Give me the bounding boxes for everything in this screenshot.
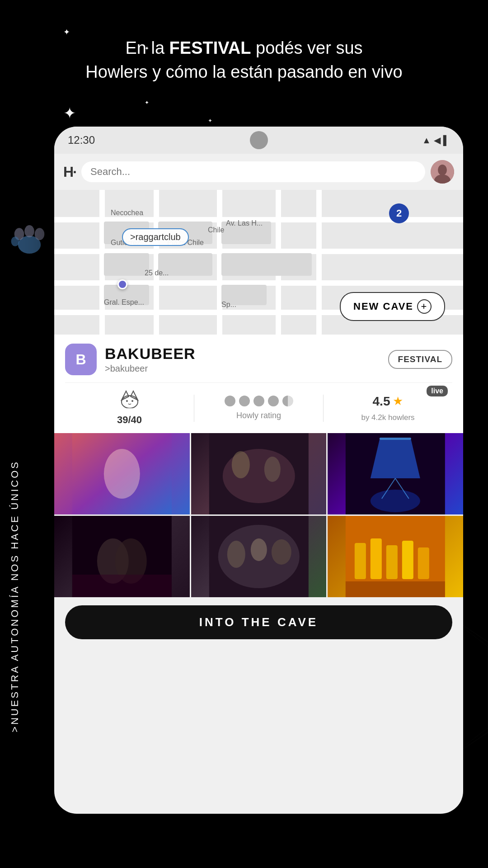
new-cave-button[interactable]: NEW CAVE + bbox=[340, 292, 445, 321]
side-text: >NUESTRA AUTONOMÍA NOS HACE ÚNICOS bbox=[9, 460, 21, 732]
new-cave-plus-icon: + bbox=[417, 299, 432, 314]
app-header: H· bbox=[54, 154, 463, 190]
wifi-icon: ▲ bbox=[422, 135, 431, 146]
photo-grid bbox=[54, 433, 463, 597]
svg-point-22 bbox=[131, 400, 133, 402]
star-5: ✦ bbox=[208, 118, 212, 124]
stats-row: live 39/40 bbox=[65, 390, 452, 426]
photo-4[interactable] bbox=[54, 516, 190, 597]
divider-1 bbox=[65, 382, 452, 383]
svg-rect-30 bbox=[380, 438, 411, 440]
road-v5 bbox=[316, 190, 322, 335]
map-block-6 bbox=[221, 253, 312, 276]
svg-point-24 bbox=[104, 449, 140, 499]
map-block-4 bbox=[104, 253, 149, 276]
svg-rect-46 bbox=[371, 538, 382, 579]
star-icon: ★ bbox=[393, 394, 403, 408]
svg-rect-50 bbox=[346, 581, 445, 597]
new-cave-label: NEW CAVE bbox=[353, 301, 413, 312]
photo-3[interactable] bbox=[328, 433, 463, 514]
star-value: 4.5 bbox=[373, 394, 390, 409]
svg-point-4 bbox=[11, 236, 19, 246]
venue-handle: >bakubeer bbox=[105, 363, 380, 374]
photo-6[interactable] bbox=[328, 516, 463, 597]
map-pin-dot bbox=[117, 279, 127, 289]
svg-point-43 bbox=[250, 538, 267, 561]
venue-top-row: B BAKUBEER >bakubeer FESTIVAL bbox=[65, 344, 452, 375]
svg-point-27 bbox=[231, 451, 249, 478]
svg-rect-38 bbox=[72, 575, 172, 597]
phone-mockup: 12:30 ▲ ◀ ▌ H· bbox=[54, 127, 463, 814]
star-3: ✦ bbox=[145, 99, 149, 106]
svg-rect-47 bbox=[386, 545, 398, 579]
svg-rect-48 bbox=[402, 541, 413, 579]
user-avatar[interactable] bbox=[431, 160, 454, 184]
venue-icon: B bbox=[65, 344, 97, 375]
photo-5[interactable] bbox=[191, 516, 327, 597]
star-1: ✦ bbox=[63, 27, 70, 37]
dot-2 bbox=[239, 396, 250, 406]
map-badge-2[interactable]: 2 bbox=[389, 203, 409, 223]
venue-info: B BAKUBEER >bakubeer FESTIVAL live bbox=[54, 335, 463, 433]
howly-rating-stat: Howly rating bbox=[194, 396, 323, 420]
street-label-gral-espejo: Gral. Espe... bbox=[104, 298, 144, 307]
map-pin[interactable] bbox=[117, 279, 127, 289]
photo-1[interactable] bbox=[54, 433, 190, 514]
howly-rating-label: Howly rating bbox=[236, 411, 281, 420]
header-line1: En la FESTIVAL podés ver sus bbox=[0, 36, 488, 60]
street-label-chile: Chile bbox=[208, 226, 224, 234]
svg-rect-49 bbox=[418, 547, 429, 579]
by-howlers: by 4.2k howlers bbox=[361, 413, 414, 422]
svg-point-32 bbox=[371, 490, 420, 512]
live-badge: live bbox=[427, 386, 448, 396]
status-camera bbox=[250, 131, 268, 149]
street-label-25-de: 25 de... bbox=[145, 269, 169, 277]
header-line2: Howlers y cómo la están pasando en vivo bbox=[0, 60, 488, 84]
venue-chip[interactable]: >raggartclub bbox=[122, 228, 189, 246]
star-rating-row: 4.5 ★ bbox=[373, 394, 404, 409]
paw-decoration bbox=[9, 217, 50, 259]
svg-point-28 bbox=[264, 457, 280, 482]
status-time: 12:30 bbox=[68, 134, 95, 146]
status-icons: ▲ ◀ ▌ bbox=[422, 135, 450, 146]
svg-point-41 bbox=[227, 541, 245, 568]
svg-point-20 bbox=[122, 396, 138, 408]
svg-point-2 bbox=[24, 225, 34, 237]
star-rating-stat: 4.5 ★ by 4.2k howlers bbox=[324, 394, 452, 422]
capacity-icon bbox=[120, 390, 140, 411]
header-section: En la FESTIVAL podés ver sus Howlers y c… bbox=[0, 36, 488, 84]
dot-5 bbox=[282, 396, 293, 406]
signal-icon: ◀ bbox=[434, 135, 441, 146]
app-logo: H· bbox=[63, 164, 76, 180]
svg-point-3 bbox=[35, 228, 45, 240]
search-input[interactable] bbox=[81, 161, 425, 182]
svg-point-16 bbox=[438, 165, 447, 175]
street-label-necochea: Necochea bbox=[111, 209, 143, 217]
svg-point-42 bbox=[271, 539, 291, 565]
svg-rect-45 bbox=[355, 543, 366, 579]
battery-icon: ▌ bbox=[443, 135, 450, 146]
street-label-av-las: Av. Las H... bbox=[226, 219, 263, 227]
bottom-cta: INTO THE CAVE bbox=[54, 597, 463, 647]
into-cave-button[interactable]: INTO THE CAVE bbox=[65, 605, 452, 639]
venue-name: BAKUBEER bbox=[105, 345, 380, 363]
capacity-value: 39/40 bbox=[117, 414, 142, 426]
svg-point-21 bbox=[126, 400, 128, 402]
photo-2[interactable] bbox=[191, 433, 327, 514]
venue-name-area: BAKUBEER >bakubeer bbox=[105, 345, 380, 374]
header-bold: FESTIVAL bbox=[169, 38, 251, 57]
rating-dots bbox=[225, 396, 293, 406]
map-background: Necochea Gutiérrez Av. Las H... Plaza Ch… bbox=[54, 190, 463, 335]
map-area[interactable]: Necochea Gutiérrez Av. Las H... Plaza Ch… bbox=[54, 190, 463, 335]
street-label-sp: Sp... bbox=[221, 301, 236, 309]
dot-4 bbox=[268, 396, 279, 406]
dot-3 bbox=[253, 396, 264, 406]
capacity-stat: 39/40 bbox=[65, 390, 194, 426]
star-4: ✦ bbox=[63, 104, 76, 122]
status-bar: 12:30 ▲ ◀ ▌ bbox=[54, 127, 463, 154]
dot-1 bbox=[225, 396, 235, 406]
festival-badge[interactable]: FESTIVAL bbox=[388, 350, 452, 369]
